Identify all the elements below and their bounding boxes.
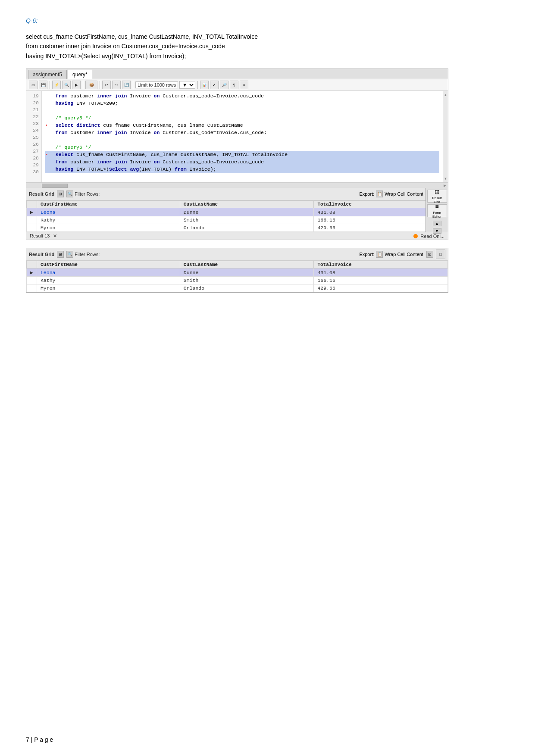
result-table-container: CustFirstNameCustLastNameTotalInvoice▶Le… (26, 200, 448, 232)
tb-btn-db[interactable]: 📦 (85, 81, 97, 89)
line-marker-empty (45, 115, 50, 122)
cell-link[interactable]: Leona (41, 270, 56, 275)
col-header-1: CustLastName (180, 261, 314, 269)
code-line-19: from customer inner join Invoice on Cust… (45, 93, 439, 100)
wb-side-panel: ⊞ ResultGrid ≡ FormEditor ▲ ▼ (425, 188, 448, 232)
table-cell[interactable]: Leona (37, 208, 180, 216)
second-result-table: CustFirstNameCustLastNameTotalInvoice▶Le… (26, 261, 448, 292)
up-arrow-btn[interactable]: ▲ (433, 221, 441, 226)
export-btn[interactable]: 📋 (376, 191, 383, 197)
code-line-26: /* query6 */ (45, 144, 439, 151)
table-row[interactable]: ▶LeonaDunne431.08 (27, 208, 448, 216)
wb-status-bar: Result 13 ✕ Read Onl... (26, 232, 448, 240)
limit-select[interactable]: ▼ (179, 81, 195, 89)
table-cell[interactable]: Kathy (37, 216, 180, 224)
row-arrow: ▶ (27, 269, 37, 277)
code-line-20: having INV_TOTAL>200; (45, 100, 439, 107)
table-cell[interactable]: Kathy (37, 277, 180, 284)
line-num-27: 27 (29, 148, 39, 155)
wb-toolbar: ▭ 💾 ⚡ 🔍 ▶ 📦 ↩ ↪ 🔄 Limit to 1000 rows ▼ 📊… (26, 79, 448, 91)
second-export-btn[interactable]: 📋 (376, 251, 383, 258)
tb-btn-undo[interactable]: ↩ (102, 81, 111, 89)
second-rg-icon[interactable]: ⊞ (57, 251, 64, 258)
page-label: Q-6: (26, 17, 509, 24)
tb-btn-5[interactable]: 📊 (200, 81, 209, 89)
export-label: Export: (359, 191, 374, 197)
result-tab-close[interactable]: ✕ (53, 233, 57, 238)
line-marker-empty (45, 166, 50, 173)
cell-link[interactable]: Leona (41, 209, 56, 215)
code-line-23: • select distinct cus_fname CustFirstNam… (45, 122, 439, 129)
result-tab[interactable]: Result 13 ✕ (30, 233, 57, 239)
filter-rows-btn[interactable]: 🔍 Filter Rows: (66, 191, 100, 197)
table-cell[interactable]: 431.08 (314, 269, 448, 277)
table-cell[interactable]: Dunne (180, 269, 314, 277)
second-export-area: Export: 📋 Wrap Cell Content: ⊡ (359, 251, 433, 258)
table-row[interactable]: MyronOrlando429.66 (27, 224, 448, 232)
result-grid-icon[interactable]: ⊞ (57, 191, 64, 197)
line-marker: • (45, 122, 50, 129)
row-arrow (27, 277, 37, 284)
table-cell[interactable]: Myron (37, 284, 180, 292)
result-table: CustFirstNameCustLastNameTotalInvoice▶Le… (26, 200, 448, 232)
tb-btn-7[interactable]: 🔎 (220, 81, 228, 89)
tb-btn-2[interactable]: 💾 (39, 81, 47, 89)
form-editor-label: FormEditor (432, 211, 441, 219)
table-cell[interactable]: Dunne (180, 208, 314, 216)
wb-tab-bar: assignment5 query* (26, 69, 448, 79)
line-num-30: 30 (29, 169, 39, 175)
tb-btn-8[interactable]: ¶ (230, 81, 238, 89)
table-row[interactable]: KathySmith166.16 (27, 277, 448, 284)
hscroll-thumb[interactable] (42, 184, 68, 188)
col-header-arrow (27, 261, 37, 269)
down-arrow-btn[interactable]: ▼ (433, 228, 441, 234)
second-filter-btn[interactable]: 🔍 Filter Rows: (66, 251, 100, 258)
line-marker-empty (45, 137, 50, 144)
tb-btn-refresh[interactable]: 🔄 (122, 81, 131, 89)
table-row[interactable]: ▶LeonaDunne431.08 (27, 269, 448, 277)
line-marker-empty (45, 108, 50, 115)
result-grid-side-btn[interactable]: ⊞ ResultGrid (427, 190, 447, 203)
tb-btn-6[interactable]: ✔ (210, 81, 219, 89)
tb-btn-1[interactable]: ▭ (29, 81, 38, 89)
col-header-0: CustFirstName (37, 201, 180, 208)
tb-btn-redo[interactable]: ↪ (112, 81, 121, 89)
tb-btn-9[interactable]: ≡ (240, 81, 248, 89)
form-icon: ≡ (435, 203, 438, 210)
table-cell[interactable]: Smith (180, 277, 314, 284)
row-arrow (27, 284, 37, 292)
table-cell[interactable]: Leona (37, 269, 180, 277)
table-row[interactable]: MyronOrlando429.66 (27, 284, 448, 292)
vscroll[interactable]: ▲ ▼ (443, 91, 448, 182)
code-line-27: • select cus_fname CustFirstName, cus_ln… (45, 151, 439, 159)
code-line-29: having INV_TOTAL>(Select avg(INV_TOTAL) … (45, 166, 439, 173)
result-tab-label: Result 13 (30, 233, 50, 238)
wb-window: assignment5 query* ▭ 💾 ⚡ 🔍 ▶ 📦 ↩ ↪ 🔄 Lim… (26, 69, 448, 240)
table-cell[interactable]: 166.16 (314, 277, 448, 284)
table-cell[interactable]: Myron (37, 224, 180, 232)
line-num-29: 29 (29, 162, 39, 169)
second-panel-toggle[interactable]: □ (436, 250, 445, 259)
tb-btn-stop[interactable]: 🔍 (62, 81, 71, 89)
tab-assignment5[interactable]: assignment5 (28, 70, 67, 79)
table-cell[interactable]: Smith (180, 216, 314, 224)
second-result-toolbar: Result Grid ⊞ 🔍 Filter Rows: Export: 📋 W… (26, 248, 448, 261)
tb-btn-execute[interactable]: ⚡ (52, 81, 61, 89)
wb-code[interactable]: from customer inner join Invoice on Cust… (42, 91, 443, 182)
col-header-1: CustLastName (180, 201, 314, 208)
second-filter-label: Filter Rows: (75, 252, 100, 257)
line-num-20: 20 (29, 100, 39, 106)
form-editor-btn[interactable]: ≡ FormEditor (427, 204, 447, 217)
read-only-label: Read Onl... (420, 234, 444, 239)
toolbar-sep-3 (100, 81, 100, 89)
table-cell[interactable]: Orlando (180, 224, 314, 232)
second-wrap-icon[interactable]: ⊡ (426, 251, 433, 258)
line-marker-empty (45, 130, 50, 137)
wb-hscroll[interactable]: ▶ (26, 183, 448, 188)
line-num-24: 24 (29, 127, 39, 134)
table-cell[interactable]: Orlando (180, 284, 314, 292)
tab-query[interactable]: query* (68, 70, 92, 79)
table-cell[interactable]: 429.66 (314, 284, 448, 292)
table-row[interactable]: KathySmith166.16 (27, 216, 448, 224)
tb-btn-run[interactable]: ▶ (72, 81, 81, 89)
